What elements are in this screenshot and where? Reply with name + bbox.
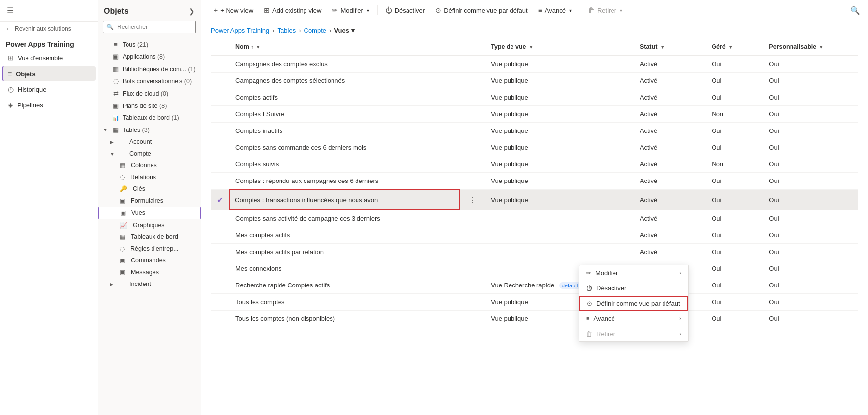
- row-name[interactable]: Campagnes des comptes sélectionnés: [230, 73, 459, 89]
- row-more-actions-cell: [459, 227, 485, 244]
- tree-item-bibliotheques[interactable]: ▦ Bibliothèques de com... (1): [98, 63, 201, 75]
- filter-icon-perso[interactable]: ▾: [820, 44, 822, 50]
- tree-item-formulaires[interactable]: ▣ Formulaires: [98, 195, 201, 207]
- row-name[interactable]: Mes comptes actifs: [230, 227, 459, 244]
- row-check-cell[interactable]: [211, 55, 230, 73]
- back-to-solutions[interactable]: ← Revenir aux solutions: [0, 22, 98, 36]
- table-row: Comptes I SuivreVue publiqueActivéNonOui: [211, 106, 858, 123]
- sidebar-item-objets[interactable]: ≡ Objets: [2, 66, 96, 81]
- ctx-definir[interactable]: ⊙ Définir comme vue par défaut: [579, 296, 688, 311]
- breadcrumb-tables[interactable]: Tables: [278, 27, 296, 34]
- row-name[interactable]: Comptes sans activité de campagne ces 3 …: [230, 210, 459, 227]
- toolbar-divider-2: [580, 5, 580, 15]
- row-name[interactable]: Comptes suivis: [230, 156, 459, 173]
- row-check-cell[interactable]: [211, 244, 230, 260]
- definir-button[interactable]: ⊙ Définir comme vue par défaut: [431, 4, 533, 17]
- row-name[interactable]: Comptes I Suivre: [230, 106, 459, 123]
- tree-item-messages[interactable]: ▣ Messages: [98, 266, 201, 278]
- breadcrumb-compte[interactable]: Compte: [304, 27, 327, 34]
- modifier-button[interactable]: ✏ Modifier ▾: [327, 4, 374, 17]
- row-check-cell[interactable]: [211, 106, 230, 123]
- avance-button[interactable]: ≡ Avancé ▾: [534, 4, 577, 17]
- tree-item-plans[interactable]: ▣ Plans de site (8): [98, 100, 201, 112]
- col-gere[interactable]: Géré ▾: [706, 38, 763, 55]
- breadcrumb-powerapps[interactable]: Power Apps Training: [211, 27, 269, 34]
- tree-item-relations[interactable]: ◌ Relations: [98, 171, 201, 183]
- row-name[interactable]: Recherche rapide Comptes actifs: [230, 277, 459, 294]
- add-existing-view-button[interactable]: ⊞ Add existing view: [259, 4, 326, 17]
- tree-item-tables[interactable]: ▼ ▦ Tables (3): [98, 124, 201, 136]
- tree-item-colonnes[interactable]: ▦ Colonnes: [98, 159, 201, 171]
- row-name[interactable]: Tous les comptes (non disponibles): [230, 311, 459, 327]
- filter-icon-type[interactable]: ▾: [530, 44, 532, 50]
- col-nom[interactable]: Nom ↑ ▾: [230, 38, 459, 55]
- tree-item-compte[interactable]: ▼ Compte: [98, 148, 201, 159]
- row-check-cell[interactable]: [211, 227, 230, 244]
- row-check-cell[interactable]: [211, 139, 230, 156]
- row-check-cell[interactable]: [211, 89, 230, 106]
- breadcrumb-dropdown-icon[interactable]: ▾: [351, 27, 355, 34]
- row-name[interactable]: Comptes : répondu aux campagnes ces 6 de…: [230, 173, 459, 190]
- tree-item-incident[interactable]: ▶ Incident: [98, 278, 201, 290]
- search-input[interactable]: [103, 21, 196, 33]
- col-more-actions: [459, 38, 485, 55]
- row-name[interactable]: Comptes actifs: [230, 89, 459, 106]
- more-actions-button[interactable]: ⋮: [465, 194, 479, 206]
- table-row: Comptes : répondu aux campagnes ces 6 de…: [211, 173, 858, 190]
- row-check-cell[interactable]: [211, 173, 230, 190]
- row-name[interactable]: Campagnes des comptes exclus: [230, 55, 459, 73]
- retirer-button[interactable]: 🗑 Retirer ▾: [583, 4, 627, 17]
- row-check-cell[interactable]: [211, 277, 230, 294]
- col-statut[interactable]: Statut ▾: [634, 38, 706, 55]
- ctx-modifier[interactable]: ✏ Modifier ›: [579, 265, 688, 281]
- row-check-cell[interactable]: ✔: [211, 189, 230, 210]
- tree-item-graphiques[interactable]: 📈 Graphiques: [98, 219, 201, 231]
- row-name[interactable]: Comptes sans commande ces 6 derniers moi…: [230, 139, 459, 156]
- row-name[interactable]: Mes comptes actifs par relation: [230, 244, 459, 260]
- tree-item-applications[interactable]: ▣ Applications (8): [98, 51, 201, 63]
- filter-icon-statut[interactable]: ▾: [661, 44, 664, 50]
- row-check-cell[interactable]: [211, 311, 230, 327]
- row-check-cell[interactable]: [211, 260, 230, 277]
- row-check-cell[interactable]: [211, 73, 230, 89]
- tree-item-bots[interactable]: ◌ Bots conversationnels (0): [98, 75, 201, 87]
- sidebar-item-pipelines[interactable]: ◈ Pipelines: [2, 98, 96, 112]
- row-check-cell[interactable]: [211, 123, 230, 139]
- tree-item-cles[interactable]: 🔑 Clés: [98, 183, 201, 195]
- row-name[interactable]: Comptes inactifs: [230, 123, 459, 139]
- collapse-icon[interactable]: ❯: [189, 7, 195, 15]
- row-name[interactable]: Tous les comptes: [230, 294, 459, 311]
- global-search-button[interactable]: 🔍: [850, 6, 860, 15]
- tree-item-tous[interactable]: ≡ Tous (21): [98, 38, 201, 51]
- new-view-button[interactable]: + + New view: [209, 4, 258, 17]
- filter-icon-gere[interactable]: ▾: [729, 44, 732, 50]
- row-name[interactable]: Comptes : transactions influencées que n…: [230, 189, 459, 210]
- tree-item-tableaux[interactable]: 📊 Tableaux de bord (1): [98, 112, 201, 124]
- row-more-actions-cell: [459, 106, 485, 123]
- sidebar-item-label: Objets: [16, 70, 35, 78]
- row-check-cell[interactable]: [211, 294, 230, 311]
- desactiver-button[interactable]: ⏻ Désactiver: [381, 4, 430, 17]
- filter-icon-nom[interactable]: ▾: [257, 44, 259, 50]
- row-perso: Oui: [763, 210, 858, 227]
- sidebar-item-historique[interactable]: ◷ Historique: [2, 82, 96, 97]
- tree-item-flux[interactable]: ⇄ Flux de cloud (0): [98, 87, 201, 100]
- row-gere: Oui: [706, 294, 763, 311]
- row-check-cell[interactable]: [211, 156, 230, 173]
- sidebar-item-vue[interactable]: ⊞ Vue d'ensemble: [2, 51, 96, 65]
- row-more-actions-cell: [459, 260, 485, 277]
- tree-item-vues[interactable]: ▣ Vues: [98, 207, 201, 219]
- tree-item-tableaux-sub[interactable]: ▦ Tableaux de bord: [98, 231, 201, 243]
- tree-item-commandes[interactable]: ▣ Commandes: [98, 255, 201, 266]
- row-name[interactable]: Mes connexions: [230, 260, 459, 277]
- row-check-cell[interactable]: [211, 210, 230, 227]
- hamburger-icon[interactable]: ☰: [7, 6, 14, 15]
- ctx-retirer[interactable]: 🗑 Retirer ›: [579, 326, 688, 341]
- ctx-desactiver[interactable]: ⏻ Désactiver: [579, 281, 688, 296]
- tree-item-regles[interactable]: ◌ Règles d'entrep...: [98, 243, 201, 255]
- col-type[interactable]: Type de vue ▾: [485, 38, 634, 55]
- tree-item-account[interactable]: ▶ Account: [98, 136, 201, 148]
- col-perso[interactable]: Personnalisable ▾: [763, 38, 858, 55]
- row-gere: Oui: [706, 260, 763, 277]
- ctx-avance[interactable]: ≡ Avancé ›: [579, 311, 688, 326]
